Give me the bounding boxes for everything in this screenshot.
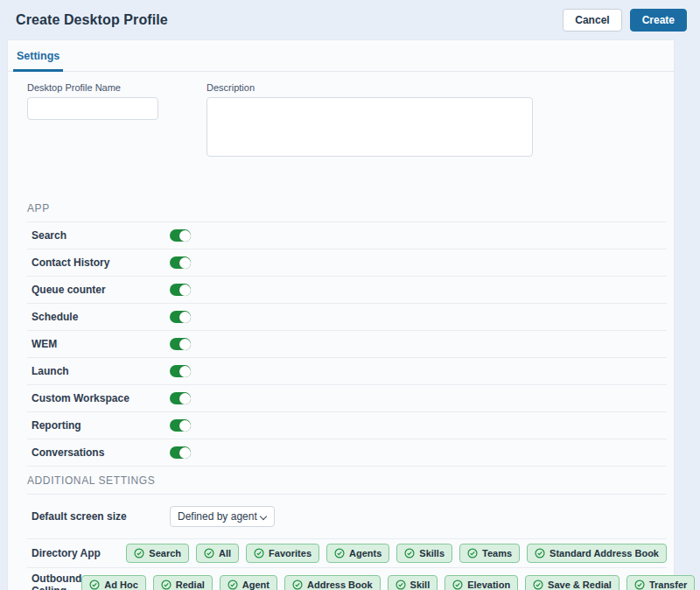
- app-row-label: Conversations: [32, 446, 170, 459]
- chip-outbound-elevation[interactable]: Elevation: [444, 575, 518, 590]
- directory-app-label: Directory App: [32, 547, 126, 559]
- chip-directory-skills[interactable]: Skills: [396, 544, 452, 563]
- app-row-reporting: Reporting: [27, 412, 667, 439]
- chip-label: Skills: [419, 548, 444, 558]
- chip-outbound-address-book[interactable]: Address Book: [284, 575, 381, 590]
- chip-label: Save & Redial: [548, 579, 612, 590]
- chip-directory-standard-address-book[interactable]: Standard Address Book: [527, 544, 667, 563]
- toggle-knob: [179, 312, 191, 323]
- toggle-switch-custom-workspace[interactable]: [170, 392, 191, 404]
- page-title: Create Desktop Profile: [16, 12, 168, 28]
- toggle-knob: [179, 447, 191, 459]
- default-screen-size-label: Default screen size: [32, 510, 170, 523]
- chip-outbound-agent[interactable]: Agent: [220, 575, 277, 590]
- app-row-search: Search: [27, 222, 667, 249]
- toggle-switch-conversations[interactable]: [170, 446, 191, 459]
- check-circle-icon: [533, 579, 543, 590]
- additional-settings-title: ADDITIONAL SETTINGS: [27, 467, 667, 495]
- description-field-group: Description: [206, 82, 533, 160]
- settings-card: Settings Desktop Profile Name Descriptio…: [7, 39, 675, 590]
- app-row-label: Custom Workspace: [32, 392, 170, 404]
- check-circle-icon: [89, 579, 100, 590]
- app-row-label: Launch: [32, 365, 170, 377]
- select-value: Defined by agent: [178, 510, 257, 523]
- app-row-label: WEM: [32, 338, 170, 350]
- check-circle-icon: [634, 579, 645, 590]
- chip-outbound-redial[interactable]: Redial: [153, 575, 213, 590]
- app-row-label: Contact History: [32, 256, 170, 269]
- chip-directory-teams[interactable]: Teams: [459, 544, 520, 563]
- directory-app-row: Directory App Search All Favorites Agent…: [27, 539, 667, 568]
- chip-label: Teams: [482, 548, 512, 558]
- description-label: Description: [206, 82, 533, 93]
- app-row-schedule: Schedule: [27, 304, 667, 331]
- toggle-switch-search[interactable]: [170, 229, 191, 242]
- tab-settings[interactable]: Settings: [13, 40, 63, 72]
- profile-name-field-group: Desktop Profile Name: [27, 82, 158, 160]
- directory-app-chips: Search All Favorites Agents Skills Teams…: [126, 544, 667, 563]
- outbound-calling-chips: Ad Hoc Redial Agent Address Book Skill E…: [81, 575, 695, 590]
- chip-outbound-ad-hoc[interactable]: Ad Hoc: [81, 575, 146, 590]
- toggle-knob: [179, 366, 191, 377]
- chip-label: Agent: [242, 579, 270, 590]
- chip-label: Address Book: [307, 579, 373, 590]
- chip-label: Elevation: [467, 579, 510, 590]
- chip-directory-search[interactable]: Search: [126, 544, 189, 563]
- chevron-down-icon: [260, 513, 267, 520]
- description-textarea[interactable]: [206, 97, 533, 157]
- name-description-row: Desktop Profile Name Description: [27, 82, 667, 160]
- check-circle-icon: [535, 548, 545, 558]
- check-circle-icon: [204, 548, 214, 558]
- chip-directory-all[interactable]: All: [196, 544, 239, 563]
- check-circle-icon: [334, 548, 345, 558]
- app-section-title: APP: [27, 202, 667, 222]
- check-circle-icon: [292, 579, 303, 590]
- chip-outbound-skill[interactable]: Skill: [388, 575, 438, 590]
- chip-label: Transfer: [649, 579, 687, 590]
- outbound-calling-row: Outbound Calling Ad Hoc Redial Agent Add…: [27, 568, 667, 590]
- chip-label: Agents: [349, 548, 382, 558]
- chip-label: All: [219, 548, 231, 558]
- chip-label: Search: [149, 548, 181, 558]
- toggle-switch-launch[interactable]: [170, 365, 191, 377]
- app-row-label: Queue counter: [32, 284, 170, 296]
- cancel-button[interactable]: Cancel: [563, 9, 621, 32]
- chip-directory-favorites[interactable]: Favorites: [246, 544, 319, 563]
- profile-name-input[interactable]: [27, 97, 158, 120]
- toggle-switch-contact-history[interactable]: [170, 256, 191, 269]
- toggle-knob: [179, 339, 191, 350]
- chip-outbound-transfer[interactable]: Transfer: [626, 575, 695, 590]
- chip-label: Standard Address Book: [550, 548, 659, 558]
- toggle-switch-reporting[interactable]: [170, 419, 191, 432]
- chip-outbound-save-and-redial[interactable]: Save & Redial: [525, 575, 620, 590]
- app-row-wem: WEM: [27, 331, 667, 358]
- toggle-knob: [179, 393, 191, 404]
- tab-bar: Settings: [8, 40, 674, 72]
- chip-label: Skill: [410, 579, 430, 590]
- app-row-launch: Launch: [27, 358, 667, 385]
- check-circle-icon: [134, 548, 144, 558]
- form-content: Desktop Profile Name Description APP Sea…: [8, 72, 674, 590]
- toggle-switch-wem[interactable]: [170, 338, 191, 350]
- toggle-knob: [179, 284, 191, 296]
- check-circle-icon: [161, 579, 172, 590]
- create-button[interactable]: Create: [630, 9, 687, 32]
- toggle-knob: [179, 230, 191, 242]
- chip-label: Redial: [176, 579, 205, 590]
- profile-name-label: Desktop Profile Name: [27, 82, 158, 93]
- app-row-conversations: Conversations: [27, 439, 667, 467]
- toggle-switch-queue-counter[interactable]: [170, 284, 191, 296]
- chip-label: Ad Hoc: [104, 579, 138, 590]
- check-circle-icon: [452, 579, 463, 590]
- outbound-calling-label: Outbound Calling: [32, 572, 81, 590]
- toggle-switch-schedule[interactable]: [170, 311, 191, 323]
- app-row-label: Schedule: [32, 311, 170, 323]
- check-circle-icon: [254, 548, 264, 558]
- check-circle-icon: [404, 548, 415, 558]
- chip-directory-agents[interactable]: Agents: [326, 544, 389, 563]
- default-screen-size-row: Default screen size Defined by agent: [27, 495, 667, 539]
- app-row-custom-workspace: Custom Workspace: [27, 385, 667, 412]
- header-actions: Cancel Create: [563, 9, 687, 32]
- chip-label: Favorites: [269, 548, 312, 558]
- default-screen-size-select[interactable]: Defined by agent: [170, 506, 275, 527]
